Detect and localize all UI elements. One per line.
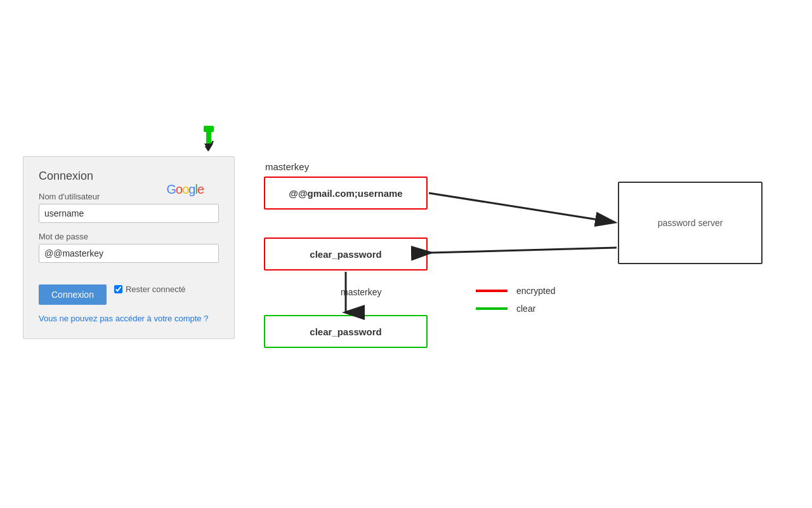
remember-me-checkbox[interactable] <box>114 285 122 293</box>
google-logo: Google <box>166 182 204 197</box>
legend: encrypted clear <box>476 286 555 321</box>
svg-line-6 <box>429 193 614 222</box>
password-input[interactable] <box>39 244 219 263</box>
svg-rect-1 <box>204 126 214 132</box>
login-button[interactable]: Connexion <box>39 284 107 305</box>
svg-line-7 <box>430 248 617 253</box>
legend-encrypted-label: encrypted <box>516 286 555 296</box>
legend-red-line <box>476 290 508 292</box>
legend-clear: clear <box>476 304 555 314</box>
remember-me-label[interactable]: Rester connecté <box>114 284 186 294</box>
pin-icon <box>202 126 214 151</box>
login-box: Connexion Google Nom d'utilisateur Mot d… <box>23 156 235 339</box>
legend-green-line <box>476 307 508 310</box>
username-input[interactable] <box>39 204 219 223</box>
forgot-link[interactable]: Vous ne pouvez pas accéder à votre compt… <box>39 314 219 323</box>
legend-clear-label: clear <box>516 304 535 314</box>
login-title: Connexion <box>39 170 93 182</box>
username-box: @@gmail.com;username <box>264 177 428 210</box>
clear-password-box-2: clear_password <box>264 315 428 348</box>
password-label: Mot de passe <box>39 232 219 241</box>
masterkey-label-2: masterkey <box>341 287 382 297</box>
masterkey-label-1: masterkey <box>265 161 309 172</box>
legend-encrypted: encrypted <box>476 286 555 296</box>
clear-password-box-1: clear_password <box>264 237 428 271</box>
password-server-box: password server <box>618 182 763 264</box>
